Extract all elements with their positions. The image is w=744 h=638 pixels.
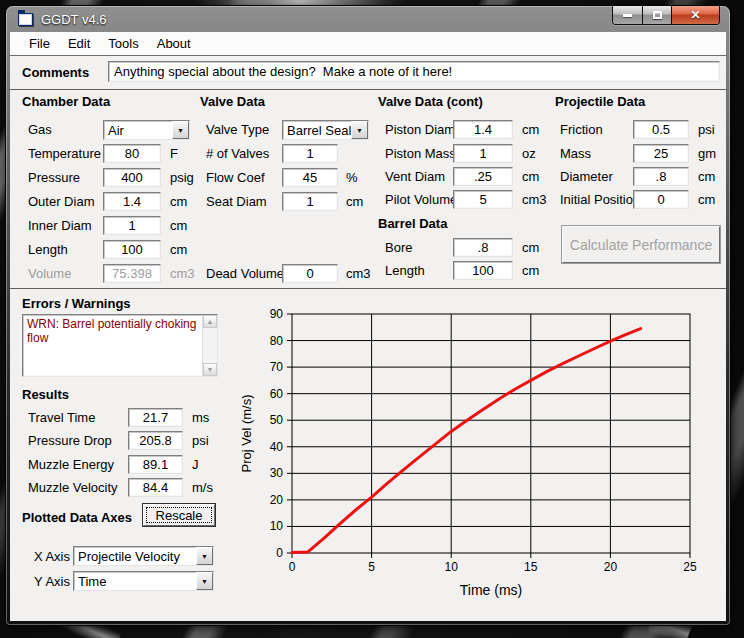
barrel-length-input[interactable]	[453, 261, 513, 280]
friction-unit: psi	[698, 122, 715, 137]
chamber-length-input[interactable]	[103, 240, 161, 259]
initial-position-input[interactable]	[633, 190, 689, 209]
svg-text:80: 80	[270, 334, 284, 348]
svg-text:0: 0	[276, 546, 283, 560]
title-bar[interactable]: GGDT v4.6 ✕	[6, 6, 730, 32]
muzzle-energy-label: Muzzle Energy	[28, 457, 114, 472]
svg-text:50: 50	[270, 413, 284, 427]
svg-text:Time (ms): Time (ms)	[460, 582, 522, 598]
piston-mass-label: Piston Mass	[385, 146, 456, 161]
close-icon: ✕	[690, 8, 700, 22]
seat-diam-label: Seat Diam	[206, 194, 267, 209]
diameter-input[interactable]	[633, 167, 689, 186]
outer-diam-label: Outer Diam	[28, 194, 94, 209]
app-window: GGDT v4.6 ✕ File Edit Tools About Commen…	[6, 6, 730, 625]
scroll-up-icon[interactable]: ▲	[203, 315, 217, 328]
temperature-unit: F	[170, 146, 178, 161]
muzzle-energy-value	[128, 455, 183, 474]
vent-diam-input[interactable]	[453, 167, 513, 186]
chamber-length-row: Length cm	[22, 240, 197, 259]
vent-diam-row: Vent Diam cm	[378, 167, 556, 186]
x-axis-label: X Axis	[32, 549, 70, 564]
comments-input[interactable]	[108, 61, 720, 82]
num-valves-row: # of Valves	[200, 144, 378, 163]
inner-diam-label: Inner Diam	[28, 218, 92, 233]
inner-diam-row: Inner Diam cm	[22, 216, 197, 235]
friction-row: Friction psi	[555, 120, 726, 139]
piston-diam-label: Piston Diam	[385, 122, 455, 137]
warnings-box[interactable]: WRN: Barrel potentially choking flow ▲ ▼	[22, 314, 218, 377]
muzzle-velocity-label: Muzzle Velocity	[28, 480, 118, 495]
scroll-down-icon[interactable]: ▼	[203, 363, 217, 376]
volume-label: Volume	[28, 266, 71, 281]
volume-input	[103, 264, 161, 283]
dead-volume-input[interactable]	[282, 264, 338, 283]
chamber-length-label: Length	[28, 242, 68, 257]
muzzle-energy-unit: J	[192, 457, 199, 472]
chamber-data-header: Chamber Data	[22, 94, 110, 109]
chevron-down-icon[interactable]: ▼	[196, 547, 213, 565]
warnings-scrollbar[interactable]: ▲ ▼	[202, 315, 217, 376]
bore-label: Bore	[385, 240, 412, 255]
muzzle-velocity-row: Muzzle Velocity m/s	[22, 478, 232, 497]
piston-mass-row: Piston Mass oz	[378, 144, 556, 163]
piston-diam-unit: cm	[522, 122, 539, 137]
mass-input[interactable]	[633, 144, 689, 163]
friction-input[interactable]	[633, 120, 689, 139]
errors-warnings-header: Errors / Warnings	[22, 296, 131, 311]
svg-text:30: 30	[270, 466, 284, 480]
diameter-row: Diameter cm	[555, 167, 726, 186]
svg-text:10: 10	[445, 560, 459, 574]
svg-text:25: 25	[683, 560, 697, 574]
barrel-length-unit: cm	[522, 263, 539, 278]
muzzle-velocity-value	[128, 478, 183, 497]
svg-text:5: 5	[368, 560, 375, 574]
seat-diam-unit: cm	[346, 194, 363, 209]
svg-text:60: 60	[270, 387, 284, 401]
x-axis-dropdown[interactable]: Projectile Velocity ▼	[73, 546, 214, 566]
separator	[10, 288, 726, 289]
outer-diam-input[interactable]	[103, 192, 161, 211]
menu-about[interactable]: About	[148, 33, 200, 54]
travel-time-label: Travel Time	[28, 410, 95, 425]
temperature-input[interactable]	[103, 144, 161, 163]
travel-time-unit: ms	[192, 410, 209, 425]
outer-diam-unit: cm	[170, 194, 187, 209]
window-controls: ✕	[612, 6, 720, 25]
inner-diam-input[interactable]	[103, 216, 161, 235]
chevron-down-icon[interactable]: ▼	[172, 121, 189, 139]
piston-mass-input[interactable]	[453, 144, 513, 163]
menu-tools[interactable]: Tools	[99, 33, 147, 54]
menu-file[interactable]: File	[20, 33, 59, 54]
mass-label: Mass	[560, 146, 591, 161]
pilot-volume-unit: cm3	[522, 192, 547, 207]
app-icon	[18, 13, 33, 26]
maximize-button[interactable]	[643, 6, 672, 24]
piston-diam-input[interactable]	[453, 120, 513, 139]
travel-time-row: Travel Time ms	[22, 408, 232, 427]
seat-diam-input[interactable]	[282, 192, 338, 211]
y-axis-dropdown[interactable]: Time ▼	[73, 571, 214, 591]
pilot-volume-input[interactable]	[453, 190, 513, 209]
chevron-down-icon[interactable]: ▼	[196, 572, 213, 590]
bore-input[interactable]	[453, 238, 513, 257]
valve-type-value: Barrel Seal	[283, 121, 351, 139]
pilot-volume-row: Pilot Volume cm3	[378, 190, 556, 209]
pilot-volume-label: Pilot Volume	[385, 192, 457, 207]
calculate-performance-button[interactable]: Calculate Performance	[562, 226, 720, 263]
minimize-button[interactable]	[613, 6, 643, 24]
num-valves-input[interactable]	[282, 144, 338, 163]
close-button[interactable]: ✕	[672, 6, 719, 24]
initial-position-row: Initial Position cm	[555, 190, 726, 209]
pressure-input[interactable]	[103, 168, 161, 187]
minimize-icon	[623, 14, 632, 17]
rescale-button[interactable]: Rescale	[143, 504, 215, 526]
pressure-unit: psig	[170, 170, 194, 185]
chevron-down-icon[interactable]: ▼	[351, 121, 368, 139]
gas-dropdown[interactable]: Air ▼	[103, 120, 190, 140]
menu-edit[interactable]: Edit	[59, 33, 99, 54]
flow-coef-input[interactable]	[282, 168, 338, 187]
travel-time-value	[128, 408, 183, 427]
svg-text:40: 40	[270, 440, 284, 454]
valve-type-dropdown[interactable]: Barrel Seal ▼	[282, 120, 369, 140]
